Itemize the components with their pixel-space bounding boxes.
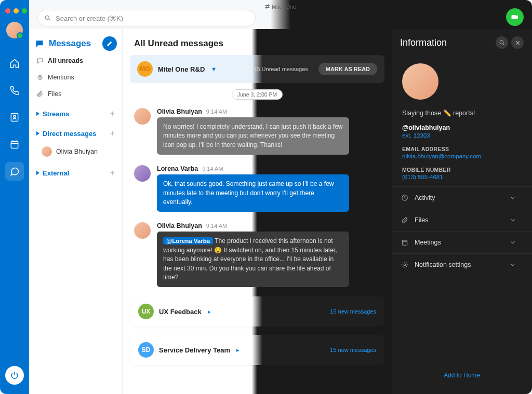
email-value[interactable]: olivia.bhuiyan@company.com [402, 153, 522, 159]
svg-rect-8 [402, 240, 407, 245]
power-button[interactable] [5, 366, 24, 385]
app-title: ⇄Mitel One [265, 3, 296, 10]
message-time: 9:14 AM [206, 108, 227, 115]
profile-extension[interactable]: ext. 12303 [402, 132, 522, 139]
info-panel: Information Slaying those ✏️ reports! @o… [392, 29, 532, 394]
content-row: Messages All unreads Mentions Files [29, 29, 532, 394]
thread-service-delivery[interactable]: SD Service Delivery Team ▸ 15 new messag… [130, 335, 384, 365]
nav-home[interactable] [5, 54, 24, 73]
search-placeholder: Search or create (⌘K) [56, 15, 123, 22]
thread-ux-feedback[interactable]: UX UX Feedback ▸ 15 new messages [130, 296, 384, 327]
sidebar-files[interactable]: Files [34, 87, 117, 101]
main-column: ⇄Mitel One Search or create (⌘K) Message… [29, 0, 532, 394]
add-external[interactable]: + [110, 168, 115, 178]
search-input[interactable]: Search or create (⌘K) [37, 10, 256, 26]
message-time: 9:14 AM [202, 166, 223, 172]
nav-rail [0, 0, 29, 394]
search-icon [499, 39, 506, 46]
svg-point-1 [14, 115, 16, 117]
svg-point-6 [500, 40, 503, 44]
sidebar-all-unreads[interactable]: All unreads [34, 54, 117, 67]
message-row: Olivia Bhuiyan 9:14 AM No worries! I com… [123, 103, 392, 160]
svg-point-5 [39, 76, 41, 78]
mobile-value[interactable]: (613) 555-4681 [402, 174, 522, 180]
new-message-count: 15 new messages [330, 347, 376, 353]
dropdown-icon[interactable]: ▼ [211, 66, 217, 72]
mark-as-read-button[interactable]: MARK AS READ [318, 63, 377, 75]
power-icon [10, 371, 19, 380]
caret-right-icon [36, 112, 39, 116]
info-files[interactable]: Files [392, 209, 532, 231]
avatar [134, 222, 151, 239]
gear-icon [401, 261, 408, 268]
dm-contact-olivia[interactable]: Olivia Bhuiyan [34, 143, 117, 160]
caret-right-icon [36, 171, 39, 175]
caret-right-icon: ▸ [236, 347, 240, 354]
calendar-icon [401, 239, 408, 246]
chevron-down-icon [509, 194, 516, 201]
add-to-home-link[interactable]: Add to Home [444, 372, 480, 379]
page-title: All Unread messages [123, 29, 392, 55]
stream-avatar: UX [138, 304, 154, 319]
pencil-icon [106, 40, 113, 47]
section-direct-messages[interactable]: Direct messages + [34, 124, 117, 140]
info-search-button[interactable] [496, 36, 508, 49]
compose-button[interactable] [102, 36, 117, 51]
paperclip-icon [36, 90, 44, 98]
close-window[interactable] [5, 8, 10, 13]
nav-messages[interactable] [5, 162, 24, 181]
chat-area: All Unread messages MO Mitel One R&D ▼ 1… [123, 29, 392, 394]
home-icon [9, 58, 20, 69]
search-icon [44, 15, 51, 22]
section-streams[interactable]: Streams + [34, 104, 117, 120]
new-message-count: 15 new messages [330, 308, 376, 315]
stream-avatar: MO [137, 61, 153, 77]
info-footer: Add to Home [392, 361, 532, 389]
nav-phone[interactable] [5, 81, 24, 100]
svg-rect-4 [512, 16, 516, 19]
profile-status: Slaying those ✏️ reports! [402, 109, 522, 117]
video-call-button[interactable] [506, 8, 524, 26]
avatar [134, 165, 151, 182]
message-row: Olivia Bhuiyan 9:14 AM @Lorena Varba The… [123, 217, 392, 292]
top-bar: ⇄Mitel One Search or create (⌘K) [29, 0, 532, 29]
message-author: Olivia Bhuiyan [157, 222, 202, 229]
nav-contacts[interactable] [5, 108, 24, 127]
section-external[interactable]: External + [34, 163, 117, 180]
clock-icon [401, 194, 408, 201]
chat-small-icon [36, 57, 44, 64]
paperclip-icon [401, 216, 408, 224]
add-stream[interactable]: + [110, 109, 115, 118]
info-close-button[interactable] [511, 36, 524, 49]
thread-mitel-one[interactable]: MO Mitel One R&D ▼ 15 Unread messages MA… [130, 55, 384, 83]
sidebar-mentions[interactable]: Mentions [34, 71, 117, 84]
info-meetings[interactable]: Meetings [392, 231, 532, 253]
info-notifications[interactable]: Notification settings [392, 253, 532, 276]
info-profile: Slaying those ✏️ reports! @oliviabhuiyan… [392, 56, 532, 186]
nav-calendar[interactable] [5, 135, 24, 154]
add-dm[interactable]: + [110, 129, 115, 138]
avatar-small [42, 146, 52, 157]
profile-avatar[interactable] [402, 63, 438, 100]
chat-icon [34, 38, 45, 49]
svg-rect-2 [11, 141, 18, 148]
contacts-icon [9, 112, 20, 123]
message-author: Olivia Bhuiyan [157, 108, 202, 115]
phone-icon [9, 85, 20, 96]
message-row: Lorena Varba 9:14 AM Ok, that sounds goo… [123, 160, 392, 217]
messages-sidebar: Messages All unreads Mentions Files [29, 29, 123, 394]
user-avatar[interactable] [6, 22, 23, 38]
email-label: EMAIL ADDRESS [402, 146, 522, 152]
message-author: Lorena Varba [157, 165, 198, 172]
thread-name: Mitel One R&D [158, 65, 205, 73]
maximize-window[interactable] [22, 8, 27, 13]
mention-chip[interactable]: @Lorena Varba [163, 237, 213, 244]
minimize-window[interactable] [14, 8, 19, 13]
unread-count: 15 Unread messages [254, 66, 308, 72]
info-activity[interactable]: Activity [392, 186, 532, 209]
messages-icon [9, 166, 20, 176]
message-bubble: No worries! I completely understand, I c… [157, 117, 349, 155]
mobile-label: MOBILE NUMBER [402, 167, 522, 173]
window-controls [5, 6, 27, 20]
video-icon [511, 13, 519, 21]
